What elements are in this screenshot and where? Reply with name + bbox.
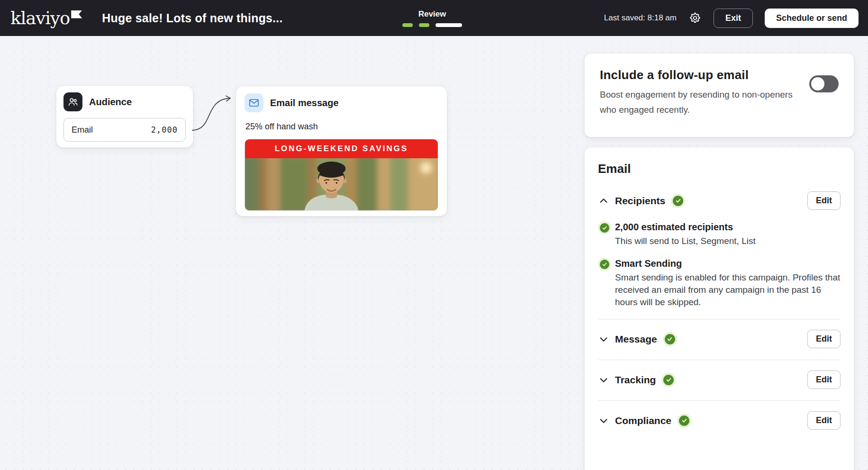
channel-label: Email: [72, 125, 93, 135]
step-pill-done: [402, 23, 413, 27]
klaviyo-flag-icon: [71, 10, 82, 18]
audience-channel-row[interactable]: Email 2,000: [63, 118, 186, 142]
section-tracking-label: Tracking: [615, 374, 656, 386]
check-badge-icon: [661, 373, 676, 387]
audience-node-card[interactable]: Audience Email 2,000: [56, 85, 193, 148]
check-badge-icon: [598, 221, 611, 234]
followup-title: Include a follow-up email: [600, 68, 808, 82]
estimated-recipients-desc: This will send to List, Segment, List: [615, 235, 756, 247]
followup-email-card: Include a follow-up email Boost engageme…: [584, 53, 854, 137]
recipients-detail-list: 2,000 estimated recipients This will sen…: [598, 221, 841, 308]
klaviyo-wordmark: klaviyo: [10, 9, 70, 27]
chevron-down-icon[interactable]: [598, 374, 609, 386]
list-item: 2,000 estimated recipients This will sen…: [598, 221, 841, 247]
header-actions: Last saved: 8:18 am Exit Schedule or sen…: [604, 9, 859, 28]
top-header-bar: klaviyo Huge sale! Lots of new things...…: [0, 0, 868, 36]
exit-button[interactable]: Exit: [714, 9, 753, 28]
followup-toggle-knob: [811, 77, 824, 90]
chevron-down-icon[interactable]: [598, 415, 609, 426]
audience-node-header: Audience: [63, 92, 186, 111]
email-message-node-card[interactable]: Email message 25% off hand wash LONG-WEE…: [235, 86, 447, 217]
chevron-down-icon[interactable]: [598, 334, 609, 345]
section-compliance-header[interactable]: Compliance Edit: [598, 401, 841, 440]
followup-toggle[interactable]: [809, 75, 839, 92]
section-recipients-header[interactable]: Recipients Edit: [598, 191, 841, 210]
smart-sending-title: Smart Sending: [615, 258, 841, 269]
edit-message-button[interactable]: Edit: [807, 330, 841, 348]
section-compliance-label: Compliance: [615, 415, 671, 426]
list-item: Smart Sending Smart sending is enabled f…: [598, 258, 841, 308]
check-badge-icon: [598, 258, 611, 271]
section-tracking-header[interactable]: Tracking Edit: [598, 360, 841, 399]
edit-tracking-button[interactable]: Edit: [807, 371, 841, 389]
progress-stepper: Review: [402, 0, 462, 36]
followup-text-block: Include a follow-up email Boost engageme…: [600, 68, 808, 123]
email-preview-banner-text: LONG-WEEKEND SAVINGS: [275, 144, 408, 154]
campaign-title: Huge sale! Lots of new things...: [102, 11, 282, 25]
check-badge-icon: [663, 332, 677, 346]
check-badge-icon: [677, 414, 691, 428]
email-node-title: Email message: [270, 98, 339, 108]
estimated-recipients-title: 2,000 estimated recipients: [615, 222, 756, 233]
step-pill-current: [435, 23, 462, 27]
email-subject-line: 25% off hand wash: [245, 122, 438, 132]
email-preview-thumbnail[interactable]: LONG-WEEKEND SAVINGS: [244, 139, 438, 211]
section-message-header[interactable]: Message Edit: [598, 319, 841, 359]
smart-sending-desc: Smart sending is enabled for this campai…: [615, 271, 841, 308]
step-pill-done: [419, 23, 429, 27]
flow-canvas[interactable]: Audience Email 2,000 Email message: [0, 36, 868, 470]
section-message-label: Message: [615, 334, 657, 345]
audience-people-icon: [63, 92, 82, 111]
edit-recipients-button[interactable]: Edit: [807, 191, 841, 210]
schedule-or-send-button[interactable]: Schedule or send: [765, 9, 859, 28]
email-preview-banner: LONG-WEEKEND SAVINGS: [245, 139, 438, 158]
gear-icon[interactable]: [688, 11, 702, 25]
check-badge-icon: [671, 194, 685, 208]
connector-arrow: [190, 93, 241, 136]
email-review-title: Email: [598, 162, 841, 176]
step-progress-pills: [402, 23, 462, 27]
edit-compliance-button[interactable]: Edit: [807, 411, 841, 430]
email-review-panel: Email Recipients Edit 2,000 e: [584, 147, 854, 470]
section-recipients-label: Recipients: [615, 195, 665, 207]
email-node-header: Email message: [244, 93, 438, 112]
followup-description: Boost engagement by resending to non-ope…: [600, 87, 808, 118]
klaviyo-logo[interactable]: klaviyo: [10, 9, 82, 27]
channel-recipient-count: 2,000: [151, 125, 178, 135]
campaign-review-page: klaviyo Huge sale! Lots of new things...…: [0, 0, 868, 470]
email-envelope-icon: [244, 93, 263, 112]
email-preview-photo: [245, 158, 438, 210]
audience-node-title: Audience: [89, 97, 132, 108]
last-saved-text: Last saved: 8:18 am: [604, 13, 677, 23]
chevron-up-icon[interactable]: [598, 195, 609, 207]
current-step-label: Review: [418, 9, 446, 19]
